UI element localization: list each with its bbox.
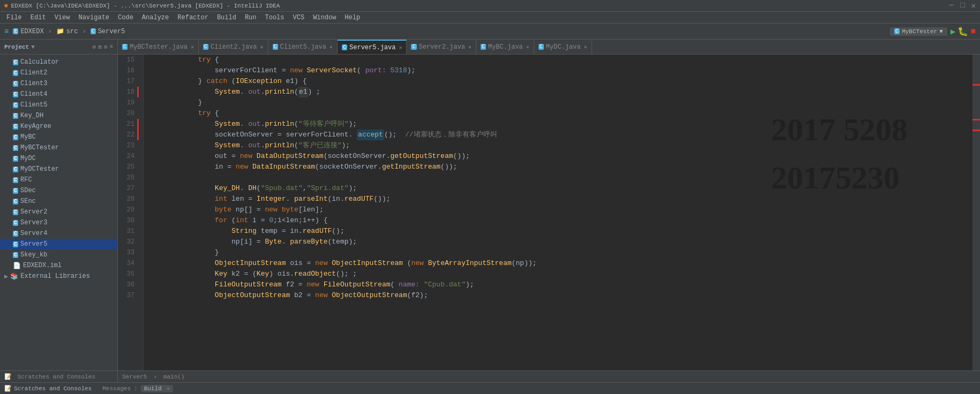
sidebar-item-label: MyBCTester [20,144,59,151]
sidebar-item-calculator[interactable]: C Calculator [0,57,117,67]
sidebar-item-skey-kb[interactable]: C Skey_kb [0,249,117,260]
tab-icon: C [203,44,208,50]
tab-client5[interactable]: C Client5.java ✕ [268,40,338,55]
scrollbar-gutter[interactable] [972,55,980,370]
sidebar-icon-3[interactable]: ⚙ [104,43,108,50]
sidebar-item-label: Client2 [20,69,47,77]
sidebar-item-server5[interactable]: C Server5 [0,239,117,249]
tab-mybctester[interactable]: C MyBCTester.java ✕ [118,40,199,55]
sidebar-item-server3[interactable]: C Server3 [0,217,117,228]
stop-button[interactable]: ■ [970,27,976,36]
sidebar-item-label: External Libraries [20,272,90,280]
sidebar-item-external-libs[interactable]: ▶ 📚 External Libraries [0,271,117,282]
menu-view[interactable]: View [50,13,74,22]
sidebar-item-iml[interactable]: 📄 EDXEDX.iml [0,260,117,271]
menu-edit[interactable]: Edit [26,13,50,22]
build-close[interactable]: ✕ [167,386,170,392]
app-icon: ■ [4,3,8,9]
run-button[interactable]: ▶ [951,26,956,37]
tab-mybc[interactable]: C MyBC.java ✕ [476,40,534,55]
tab-client2[interactable]: C Client2.java ✕ [199,40,268,55]
senc-icon: C [13,199,18,204]
minimize-button[interactable]: ─ [949,1,954,10]
server3-icon: C [13,220,18,226]
server5-icon: C [13,241,18,247]
sidebar-item-senc[interactable]: C SEnc [0,196,117,207]
tab-close[interactable]: ✕ [330,44,333,50]
sidebar-item-mydc[interactable]: C MyDC [0,153,117,164]
sidebar-item-sdec[interactable]: C SDec [0,185,117,196]
tab-close[interactable]: ✕ [468,44,472,50]
tab-server5[interactable]: C Server5.java ✕ [338,40,407,55]
rfc-icon: C [13,177,18,183]
code-line-31: String temp = in.readUTF(); [148,226,968,237]
tab-icon: C [342,44,347,50]
sidebar-item-mybctester[interactable]: C MyBCTester [0,142,117,153]
sidebar-icon-2[interactable]: ⊞ [98,43,102,50]
tab-close[interactable]: ✕ [526,44,529,50]
lib-icon: 📚 [10,272,18,281]
tab-icon: C [122,44,128,50]
messages-label: Messages [102,385,131,392]
sidebar-item-server2[interactable]: C Server2 [0,207,117,217]
run-config-selector[interactable]: C MyBCTester ▼ [890,27,947,36]
close-button[interactable]: ✕ [971,1,976,10]
tab-mydc[interactable]: C MyDC.java ✕ [534,40,592,55]
sidebar-dropdown-icon[interactable]: ▼ [31,44,35,50]
tab-close[interactable]: ✕ [191,44,194,50]
messages-section[interactable]: Messages : Build ✕ [102,385,173,392]
title-text: EDXEDX [C:\Java\IDEA\EDXEDX] - ...\src\S… [11,3,280,9]
sidebar-item-key-dh[interactable]: C Key_DH [0,110,117,121]
code-content[interactable]: try { serverForClient = new ServerSocket… [144,55,972,370]
menu-window[interactable]: Window [309,13,340,22]
scroll-mark-2 [972,119,980,120]
menu-help[interactable]: Help [340,13,364,22]
maximize-button[interactable]: □ [960,1,964,10]
menu-navigate[interactable]: Navigate [74,13,114,22]
menu-file[interactable]: File [2,13,26,22]
sidebar-item-label: Skey_kb [20,251,47,259]
tab-close[interactable]: ✕ [584,44,587,50]
breadcrumb-project[interactable]: E EDXEDX [13,28,43,35]
sidebar-item-client5[interactable]: C Client5 [0,100,117,110]
iml-icon: 📄 [13,262,21,270]
code-editor[interactable]: 15 16 17 18 19 20 21 22 23 24 25 26 27 2… [118,55,980,370]
sidebar-item-rfc[interactable]: C RFC [0,175,117,185]
sidebar-item-client4[interactable]: C Client4 [0,89,117,100]
tab-close[interactable]: ✕ [399,44,402,51]
sidebar-icon-4[interactable]: ≡ [109,43,113,50]
menu-refactor[interactable]: Refactor [173,13,213,22]
debug-button[interactable]: 🐛 [957,26,968,37]
status-method: main() [163,374,185,380]
ln-33: 33 [118,247,139,258]
client5-icon: C [13,102,18,108]
menu-run[interactable]: Run [241,13,261,22]
sidebar-item-label: MyBC [20,133,36,141]
sidebar-item-client3[interactable]: C Client3 [0,78,117,89]
menu-build[interactable]: Build [213,13,241,22]
sidebar-item-label: MyDCTester [20,165,59,173]
sidebar-item-mybc[interactable]: C MyBC [0,132,117,142]
tab-close[interactable]: ✕ [260,44,264,50]
breadcrumb-src[interactable]: 📁 src [56,27,78,35]
tab-server2[interactable]: C Server2.java ✕ [407,40,476,55]
sidebar-item-client2[interactable]: C Client2 [0,67,117,78]
sidebar-item-server4[interactable]: C Server4 [0,228,117,239]
menu-vcs[interactable]: VCS [289,13,309,22]
menu-code[interactable]: Code [114,13,138,22]
sidebar-title: Project [4,44,29,50]
scratch-section[interactable]: 📝 Scratches and Consoles [4,385,92,392]
menu-analyze[interactable]: Analyze [138,13,173,22]
code-line-17: } catch (IOException e1) { [148,76,968,87]
sidebar-bottom[interactable]: 📝 Scratches and Consoles [0,370,117,382]
sidebar-icon-1[interactable]: ⊕ [93,43,96,50]
sidebar-item-keyagree[interactable]: C KeyAgree [0,121,117,132]
breadcrumb-file[interactable]: C Server5 [91,28,125,35]
code-line-18: System. out.println(e1) ; [148,87,968,97]
build-tag[interactable]: Build ✕ [141,385,174,392]
dropdown-icon: ▼ [939,28,943,35]
sidebar-item-label: EDXEDX.iml [23,262,62,269]
tab-label: Server2.java [419,43,465,51]
menu-tools[interactable]: Tools [261,13,289,22]
sidebar-item-mydctester[interactable]: C MyDCTester [0,164,117,175]
